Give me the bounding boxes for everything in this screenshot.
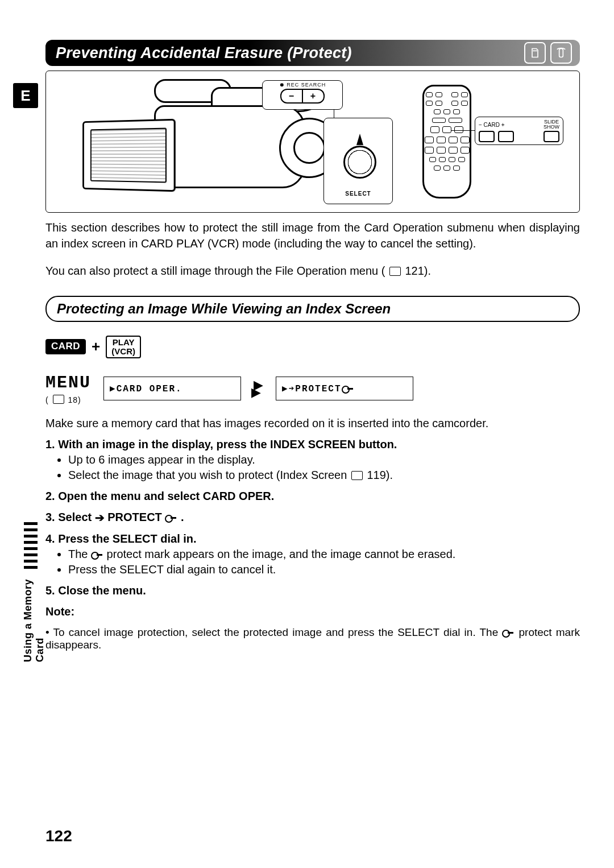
- step-1b: Select the image that you wish to protec…: [68, 469, 580, 482]
- book-icon: [53, 395, 64, 404]
- intro-p2-text: You can also protect a still image throu…: [45, 264, 385, 277]
- step-1: 1. With an image in the display, press t…: [45, 438, 580, 451]
- intro-paragraph-2: You can also protect a still image throu…: [45, 263, 580, 279]
- step-4b: Press the SELECT dial again to cancel it…: [68, 563, 580, 576]
- svg-rect-0: [559, 49, 563, 57]
- menu-block: MENU ( 18): [45, 373, 91, 404]
- subheader-text: Protecting an Image While Viewing an Ind…: [57, 301, 391, 317]
- intro-p2-page: 121).: [405, 264, 432, 277]
- book-icon: [389, 267, 401, 276]
- menu-arrow-icon: ▶▶: [254, 381, 263, 396]
- menu-label: MENU: [45, 373, 91, 392]
- page-title-bar: Preventing Accidental Erasure (Protect): [45, 40, 580, 66]
- key-icon: [165, 514, 177, 522]
- step-2: 2. Open the menu and select CARD OPER.: [45, 490, 580, 503]
- side-section-label: Using a Memory Card: [22, 560, 36, 662]
- step-5: 5. Close the menu.: [45, 584, 580, 597]
- note-body-a: • To cancel image protection, select the…: [45, 626, 502, 638]
- step-4a: The protect mark appears on the image, a…: [68, 548, 580, 561]
- menu-item-protect-text: ▶➔PROTECT: [282, 383, 341, 394]
- key-icon: [342, 385, 354, 392]
- vcr-label: (VCR): [111, 347, 135, 356]
- menu-item-protect: ▶➔PROTECT: [276, 377, 413, 400]
- pre-steps-text: Make sure a memory card that has images …: [45, 417, 580, 430]
- slide-show-label: SLIDE SHOW: [544, 119, 559, 130]
- illustration-panel: ⏺ REC SEARCH − + SELECT: [45, 71, 580, 213]
- step-3-a: 3. Select: [45, 511, 95, 523]
- note-body: • To cancel image protection, select the…: [45, 626, 580, 651]
- language-tag: E: [13, 83, 38, 108]
- remote-icon: [550, 42, 572, 64]
- step-1b-page: 119).: [367, 469, 393, 481]
- section-subheader: Protecting an Image While Viewing an Ind…: [45, 296, 580, 322]
- step-3-c: .: [181, 511, 184, 523]
- page-number: 122: [45, 827, 72, 845]
- remote-slideshow-button: [544, 131, 559, 142]
- mode-row: CARD + PLAY (VCR): [45, 336, 580, 358]
- mode-plus: +: [92, 338, 100, 356]
- intro-paragraph-1: This section describes how to protect th…: [45, 220, 580, 251]
- remote-card-callout: − CARD + SLIDE SHOW: [475, 117, 563, 145]
- play-label: PLAY: [111, 338, 135, 347]
- step-1a: Up to 6 images appear in the display.: [68, 453, 580, 466]
- key-icon: [91, 551, 103, 559]
- card-minus-plus-label: − CARD +: [479, 122, 505, 128]
- select-dial-label: SELECT: [324, 191, 392, 197]
- step-4a-a: The: [68, 548, 91, 560]
- step-4a-b: protect mark appears on the image, and t…: [107, 548, 456, 560]
- select-dial-callout: SELECT: [323, 118, 393, 204]
- menu-row: MENU ( 18) ▶CARD OPER. ▶▶ ▶➔PROTECT: [45, 373, 580, 404]
- menu-item-card-oper: ▶CARD OPER.: [103, 377, 241, 400]
- step-4: 4. Press the SELECT dial in.: [45, 532, 580, 545]
- menu-ref: ( 18): [45, 395, 91, 404]
- key-icon: [502, 629, 515, 636]
- book-icon: [351, 471, 363, 480]
- note-heading: Note:: [45, 605, 580, 618]
- step-3: 3. Select ➔ PROTECT .: [45, 511, 580, 524]
- page-title: Preventing Accidental Erasure (Protect): [56, 44, 352, 62]
- step-3-b: PROTECT: [107, 511, 165, 523]
- menu-ref-page: 18): [68, 395, 81, 404]
- play-vcr-badge: PLAY (VCR): [106, 336, 141, 358]
- rec-search-minus: −: [281, 90, 303, 102]
- remote-card-minus-button: [479, 131, 495, 142]
- rec-search-callout: ⏺ REC SEARCH − +: [262, 80, 343, 110]
- remote-drawing: [422, 85, 471, 199]
- memory-card-icon: [524, 42, 546, 64]
- arrow-icon: ➔: [95, 511, 105, 524]
- rec-search-plus: +: [303, 90, 323, 102]
- card-badge: CARD: [45, 339, 86, 354]
- step-1b-text: Select the image that you wish to protec…: [68, 469, 350, 481]
- remote-card-plus-button: [498, 131, 514, 142]
- rec-search-label: REC SEARCH: [287, 82, 326, 88]
